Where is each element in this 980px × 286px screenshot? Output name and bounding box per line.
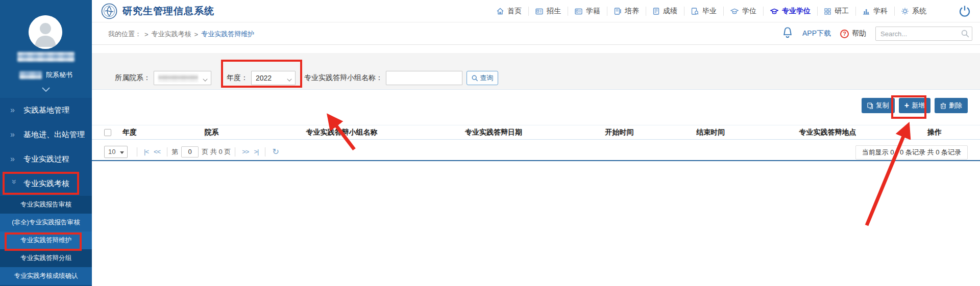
next-page-icon[interactable]: >> (239, 148, 251, 155)
nav-label: 学位 (742, 7, 756, 16)
prev-page-icon[interactable]: << (151, 148, 163, 155)
dept-select[interactable] (154, 71, 211, 85)
help-button[interactable]: ? 帮助 (840, 29, 866, 38)
submenu-item-parttime-report-review[interactable]: (非全)专业实践报告审核 (0, 214, 92, 231)
chevron-down-icon (120, 151, 124, 154)
nav-item-grades[interactable]: 成绩 (646, 7, 684, 16)
nav-item-professional-degree[interactable]: 专业学位 (764, 7, 818, 16)
graduation-cap-icon (770, 8, 778, 15)
copy-button[interactable]: 复制 (862, 98, 895, 113)
nav-item-degree[interactable]: 学位 (724, 7, 764, 16)
sidebar-item-practice-assessment[interactable]: » 专业实践考核 (0, 171, 92, 196)
column-header-department: 院系 (155, 128, 268, 137)
page-size-select[interactable]: 10 (104, 146, 128, 158)
column-header-operations: 操作 (901, 128, 968, 137)
user-panel-collapse[interactable] (0, 85, 92, 94)
nav-label: 毕业 (702, 7, 717, 16)
refresh-icon[interactable]: ↻ (270, 147, 281, 157)
column-header-start-time: 开始时间 (572, 128, 667, 137)
nav-item-research-affairs[interactable]: 研工 (818, 7, 856, 16)
user-role-label: 院系秘书 (46, 70, 72, 80)
divider (137, 147, 137, 157)
nav-item-graduation[interactable]: 毕业 (684, 7, 724, 16)
sidebar-menu: » 实践基地管理 » 基地进、出站管理 » 专业实践过程 » 专业实践考核 (0, 98, 92, 196)
year-select-value: 2022 (256, 74, 272, 82)
breadcrumb-level2: 专业实践答辩维护 (201, 30, 254, 39)
help-label: 帮助 (852, 29, 866, 38)
nav-label: 培养 (625, 7, 639, 16)
bar-chart-icon (863, 8, 870, 15)
double-chevron-right-icon: » (10, 106, 23, 115)
sidebar-item-label: 专业实践考核 (23, 179, 69, 189)
grades-document-icon (653, 8, 659, 15)
group-name-input[interactable] (386, 71, 462, 85)
chevron-down-icon (203, 76, 207, 81)
sidebar-item-label: 专业实践过程 (23, 154, 69, 164)
breadcrumb-level1[interactable]: 专业实践考核 (152, 30, 191, 39)
column-header-year: 年度 (122, 128, 155, 137)
select-all-checkbox[interactable] (104, 129, 111, 136)
sidebar-item-base-inout[interactable]: » 基地进、出站管理 (0, 122, 92, 147)
divider (265, 147, 265, 157)
redacted-user-name (17, 52, 75, 62)
global-search-input[interactable] (875, 27, 972, 41)
sidebar-submenu: 专业实践报告审核 (非全)专业实践报告审核 专业实践答辩维护 专业实践答辩分组 … (0, 196, 92, 285)
home-icon (497, 8, 504, 15)
double-chevron-right-icon: » (10, 154, 23, 164)
utility-bar: APP下载 ? 帮助 (782, 27, 972, 41)
nav-item-home[interactable]: 首页 (490, 7, 529, 16)
page-number-input[interactable] (181, 146, 199, 158)
column-header-group-name: 专业实践答辩小组名称 (268, 128, 415, 137)
submenu-item-defense-maintenance[interactable]: 专业实践答辩维护 (0, 231, 92, 249)
nav-item-training[interactable]: 培养 (607, 7, 646, 16)
nav-label: 学籍 (586, 7, 600, 16)
submenu-item-defense-grouping[interactable]: 专业实践答辩分组 (0, 249, 92, 267)
search-icon[interactable] (961, 30, 969, 40)
query-button[interactable]: 查询 (467, 71, 498, 85)
app-download-link[interactable]: APP下载 (802, 29, 831, 38)
brand: 研究生管理信息系统 (101, 3, 214, 19)
search-icon (472, 75, 478, 82)
last-page-icon[interactable]: >| (251, 148, 261, 155)
add-button[interactable]: + 新增 (899, 98, 930, 113)
nav-item-student-status[interactable]: 学籍 (568, 7, 607, 16)
divider (235, 147, 235, 157)
logout-power-button[interactable] (959, 5, 971, 19)
redacted-user-id (19, 71, 42, 79)
breadcrumb-separator: > (144, 31, 149, 38)
gear-icon (901, 8, 909, 15)
app-title: 研究生管理信息系统 (122, 5, 214, 18)
delete-button-label: 删除 (949, 101, 962, 110)
add-button-label: 新增 (912, 101, 925, 110)
column-header-end-time: 结束时间 (667, 128, 754, 137)
notifications-button[interactable] (782, 27, 793, 41)
power-icon (959, 5, 971, 17)
dept-filter-label: 所属院系： (115, 73, 151, 83)
submenu-item-report-review[interactable]: 专业实践报告审核 (0, 196, 92, 214)
chevron-down-icon (41, 87, 51, 92)
user-silhouette-icon (29, 15, 62, 49)
nav-item-discipline[interactable]: 学科 (856, 7, 895, 16)
query-button-label: 查询 (480, 73, 494, 83)
delete-button[interactable]: 删除 (935, 98, 968, 113)
nav-label: 成绩 (663, 7, 677, 16)
nav-label: 招生 (547, 7, 561, 16)
sidebar-item-practice-process[interactable]: » 专业实践过程 (0, 147, 92, 171)
sidebar: 院系秘书 » 实践基地管理 » 基地进、出站管理 » 专业实践过程 (0, 0, 92, 286)
sidebar-item-practice-base[interactable]: » 实践基地管理 (0, 98, 92, 122)
sidebar-item-label: 基地进、出站管理 (23, 130, 85, 140)
nav-item-system[interactable]: 系统 (895, 7, 933, 16)
filter-bar: 所属院系： 年度： 2022 专业实践答辩小组名称： 查询 (92, 53, 980, 90)
first-page-icon[interactable]: |< (141, 148, 151, 155)
nav-item-admissions[interactable]: 招生 (529, 7, 568, 16)
top-header: 研究生管理信息系统 首页 招生 学籍 培养 成绩 (92, 0, 980, 22)
double-chevron-right-icon: » (10, 130, 23, 139)
table-toolbar: 复制 + 新增 删除 (862, 98, 968, 113)
nav-label: 研工 (835, 7, 849, 16)
year-select[interactable]: 2022 (251, 71, 296, 85)
submenu-item-score-confirm[interactable]: 专业实践考核成绩确认 (0, 267, 92, 285)
document-pen-icon (614, 8, 621, 15)
trash-icon (940, 102, 946, 109)
page-size-value: 10 (108, 148, 115, 155)
copy-button-label: 复制 (876, 101, 889, 110)
